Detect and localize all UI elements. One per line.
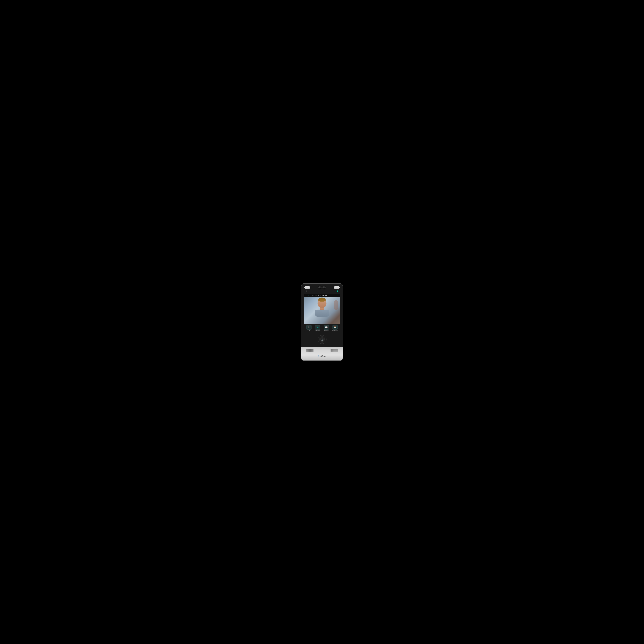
- speaker-grill-right: [331, 349, 338, 352]
- face-head: [318, 298, 327, 308]
- speaker-button-area: 📷: [303, 333, 341, 346]
- brand-logo: ◎ alhua: [318, 355, 326, 357]
- device-top-panel: ☰ ✦ 2019-07-29 14:55 Monday: [301, 284, 343, 347]
- camera-feed: [304, 297, 340, 324]
- publish-icon: 🏠: [334, 326, 336, 328]
- brand-icon: ◎: [318, 355, 319, 357]
- sub-sensor-row: [303, 290, 341, 292]
- speaker-grill-dots: 📷: [319, 336, 325, 343]
- speaker-grill-left: [306, 349, 313, 352]
- dual-camera: [318, 286, 326, 289]
- background-person: [334, 300, 338, 310]
- call-label: Call: [308, 330, 310, 331]
- book-icon: 📖: [325, 326, 328, 328]
- menu-item-call[interactable]: 📞 Call: [305, 325, 313, 331]
- menu-item-phonebook[interactable]: 📖 PhoneBook: [322, 325, 331, 331]
- camera-row: [303, 286, 341, 289]
- camera-lens-right: [322, 286, 326, 289]
- menu-icon: ☰: [305, 294, 307, 296]
- qr-label: QR Code: [316, 330, 320, 331]
- status-bar: ☰ ✦ 2019-07-29 14:55 Monday: [304, 294, 340, 297]
- intercom-device: ☰ ✦ 2019-07-29 14:55 Monday: [301, 283, 343, 361]
- device-bottom-panel: ◎ alhua: [301, 347, 343, 360]
- device-screen: ☰ ✦ 2019-07-29 14:55 Monday: [304, 294, 340, 332]
- menu-item-publish[interactable]: 🏠 Publish Info: [331, 325, 339, 331]
- call-icon-box: 📞: [306, 325, 312, 330]
- qr-icon: ▦: [317, 326, 318, 328]
- menu-item-qr[interactable]: ▦ QR Code: [313, 325, 322, 331]
- ir-sensor-left: [304, 286, 310, 289]
- phonebook-icon-box: 📖: [324, 325, 329, 330]
- ir-sensor-right: [334, 286, 340, 289]
- face-hair: [318, 298, 326, 302]
- bluetooth-icon: ✦: [308, 294, 309, 296]
- camera-lens-left: [318, 286, 322, 289]
- datetime-display: 2019-07-29 14:55 Monday: [310, 294, 339, 296]
- small-sensor-left: [306, 290, 307, 292]
- speaker-button[interactable]: 📷: [318, 335, 327, 344]
- qr-icon-box: ▦: [315, 325, 320, 330]
- face-neck: [320, 308, 324, 310]
- phonebook-label: PhoneBook: [324, 330, 329, 331]
- status-led: [337, 290, 338, 292]
- speaker-center-icon: 📷: [321, 338, 323, 341]
- device-wrapper: ☰ ✦ 2019-07-29 14:55 Monday: [0, 0, 644, 644]
- person-display: [316, 298, 328, 312]
- speaker-grills: [305, 349, 339, 352]
- phone-icon: 📞: [308, 326, 310, 328]
- publish-label: Publish Info: [332, 330, 338, 331]
- menu-bar: 📞 Call ▦ QR Code 📖 PhoneB: [304, 324, 340, 332]
- publish-icon-box: 🏠: [332, 325, 338, 330]
- brand-name: alhua: [320, 355, 326, 357]
- face-shoulders: [315, 310, 329, 317]
